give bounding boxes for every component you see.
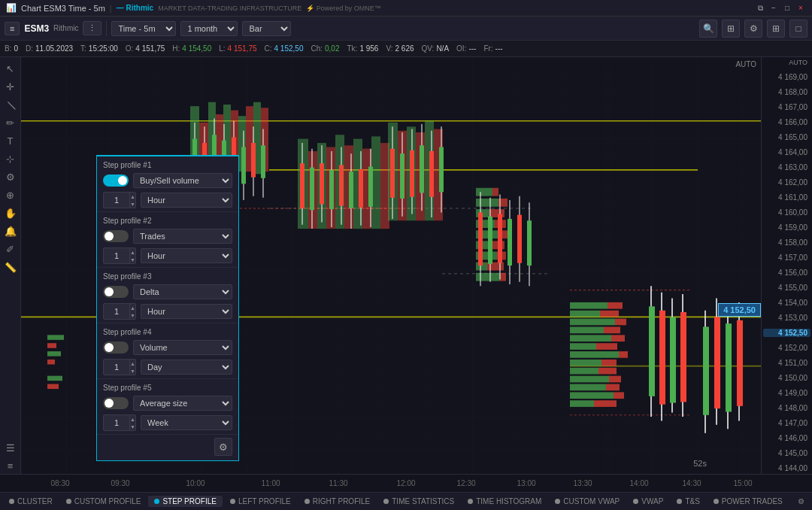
panel-settings-btn[interactable]: ⚙ (214, 438, 232, 456)
profile-1-time-select[interactable]: Hour Day Week (141, 193, 232, 208)
info-ch: Ch: 0,02 (311, 44, 339, 53)
time-statistics-btn[interactable]: TIME STATISTICS (377, 496, 460, 507)
info-t: T: 15:25:00 (80, 44, 118, 53)
profile-3-type-select[interactable]: Buy/Sell volume Trades Delta Volume Aver… (133, 284, 232, 299)
profile-4-dec[interactable]: ▼ (130, 367, 135, 375)
ruler-tool-btn[interactable]: 📏 (2, 259, 19, 275)
title-right[interactable]: ⧉ − □ × (755, 3, 806, 14)
period-select[interactable]: 1 month 1 week 3 months (180, 21, 238, 36)
profile-3-dec[interactable]: ▼ (130, 311, 135, 319)
layout-icon-btn[interactable]: ⊞ (767, 20, 785, 38)
chart-type-select[interactable]: Bar Candle Line (242, 21, 291, 36)
close-btn[interactable]: × (795, 3, 806, 14)
profile-5-inc[interactable]: ▲ (130, 415, 135, 423)
cluster-btn[interactable]: CLUSTER (3, 496, 59, 507)
profile-2-dec[interactable]: ▼ (130, 256, 135, 263)
restore-btn[interactable]: ⧉ (755, 3, 765, 14)
svg-rect-13 (47, 360, 55, 365)
hand-tool-btn[interactable]: ✋ (2, 205, 19, 221)
grid-icon-btn[interactable]: ⊞ (722, 20, 740, 38)
svg-rect-147 (659, 311, 665, 405)
search-icon-btn[interactable]: 🔍 (699, 20, 717, 38)
right-profile-label: RIGHT PROFILE (313, 497, 371, 505)
tas-btn[interactable]: T&S (671, 496, 705, 507)
profile-2-time-select[interactable]: Hour Day Week (141, 248, 232, 263)
left-profile-label: LEFT PROFILE (238, 497, 291, 505)
profile-5-type-select[interactable]: Buy/Sell volume Trades Delta Volume Aver… (133, 396, 232, 411)
profile-1-toggle[interactable] (103, 175, 129, 187)
time-axis: 08:30 09:30 10:00 11:00 11:30 12:00 12:3… (0, 474, 812, 492)
info-v: V: 2 626 (386, 44, 414, 53)
profile-4-time-select[interactable]: Hour Day Week (141, 360, 232, 375)
profile-5-toggle[interactable] (103, 397, 129, 409)
menu-logo-btn[interactable]: ≡ (5, 22, 20, 35)
profile-3-inc[interactable]: ▲ (130, 304, 135, 311)
measure-tool-btn[interactable]: ⊹ (2, 150, 19, 167)
vwap-btn[interactable]: VWAP (627, 496, 669, 507)
broker-label: Rithmic (53, 24, 78, 32)
zoom-tool-btn[interactable]: ⊕ (2, 187, 19, 203)
profile-1-title: Step profile #1 (103, 161, 232, 169)
profile-1-dec[interactable]: ▼ (130, 200, 135, 208)
profile-4-type-select[interactable]: Buy/Sell volume Trades Delta Volume Aver… (133, 340, 232, 355)
custom-profile-btn[interactable]: CUSTOM PROFILE (60, 496, 147, 507)
chart-area[interactable]: Step profile #1 Buy/Sell volume Trades D… (21, 57, 761, 474)
cursor-tool-btn[interactable]: ↖ (2, 60, 19, 77)
svg-rect-145 (649, 306, 655, 396)
profile-section-5: Step profile #5 Buy/Sell volume Trades D… (97, 379, 238, 435)
custom-vwap-btn[interactable]: CUSTOM VWAP (549, 496, 626, 507)
crosshair-tool-btn[interactable]: ✛ (2, 78, 19, 95)
svg-rect-134 (570, 376, 609, 383)
time-label-1030: 10:00 (186, 479, 205, 487)
profile-5-number: 1 ▲ ▼ (103, 414, 136, 431)
profile-1-type-select[interactable]: Buy/Sell volume Trades Delta Volume Aver… (133, 173, 232, 188)
symbol-label: ESM3 (24, 23, 49, 34)
time-statistics-dot (383, 499, 389, 504)
profile-2-toggle[interactable] (103, 230, 129, 242)
svg-rect-125 (611, 335, 625, 342)
profile-section-3: Step profile #3 Buy/Sell volume Trades D… (97, 268, 238, 323)
left-profile-btn[interactable]: LEFT PROFILE (224, 496, 297, 507)
profile-5-dec[interactable]: ▼ (130, 423, 135, 430)
svg-rect-10 (47, 351, 61, 357)
svg-rect-9 (47, 384, 59, 390)
svg-rect-67 (368, 167, 373, 207)
profile-4-inc[interactable]: ▲ (130, 360, 135, 367)
profile-2-type-select[interactable]: Buy/Sell volume Trades Delta Volume Aver… (133, 229, 232, 244)
step-profile-btn[interactable]: STEP PROFILE (148, 496, 223, 507)
line-tool-btn[interactable]: | (0, 93, 22, 116)
svg-rect-120 (570, 319, 615, 326)
symbol-menu-btn[interactable]: ⋮ (83, 21, 102, 35)
profile-5-time-select[interactable]: Hour Day Week (141, 415, 232, 430)
minimize-btn[interactable]: − (768, 3, 779, 14)
power-trades-label: POWER TRADES (722, 497, 783, 505)
svg-rect-132 (570, 368, 598, 375)
svg-rect-136 (570, 384, 606, 391)
profile-3-toggle[interactable] (103, 286, 129, 298)
svg-rect-129 (619, 351, 628, 358)
brand-powered: ⚡ Powered by OMNE™ (306, 5, 381, 12)
svg-rect-157 (726, 323, 732, 411)
draw-tool-btn[interactable]: ✏ (2, 114, 19, 131)
power-trades-btn[interactable]: POWER TRADES (707, 496, 789, 507)
alert-tool-btn[interactable]: 🔔 (2, 223, 19, 239)
time-histogram-btn[interactable]: TIME HISTOGRAM (462, 496, 547, 507)
right-profile-btn[interactable]: RIGHT PROFILE (298, 496, 377, 507)
price-axis: AUTO 4 169,00 4 168,00 4 167,00 4 166,00… (761, 57, 812, 474)
text-tool-btn[interactable]: T (2, 132, 19, 149)
timeframe-select[interactable]: Time - 5m Time - 1m Time - 15m Time - 1h (111, 21, 176, 36)
profile-1-inc[interactable]: ▲ (130, 193, 135, 200)
maximize-btn[interactable]: □ (782, 3, 792, 14)
profile-3-time-select[interactable]: Hour Day Week (141, 304, 232, 319)
pencil-tool-btn[interactable]: ✐ (2, 241, 19, 257)
fullscreen-icon-btn[interactable]: □ (789, 20, 807, 38)
svg-rect-126 (570, 343, 596, 350)
settings-icon-btn[interactable]: ⚙ (744, 20, 762, 38)
profile-4-toggle[interactable] (103, 342, 129, 354)
profile-2-inc[interactable]: ▲ (130, 248, 135, 256)
list-tool-btn[interactable]: ≡ (2, 457, 19, 474)
bottom-settings-btn[interactable]: ⚙ (792, 496, 810, 507)
svg-rect-121 (615, 319, 626, 326)
settings-tool-btn[interactable]: ⚙ (2, 168, 19, 185)
more-tool-btn[interactable]: ☰ (2, 439, 19, 456)
